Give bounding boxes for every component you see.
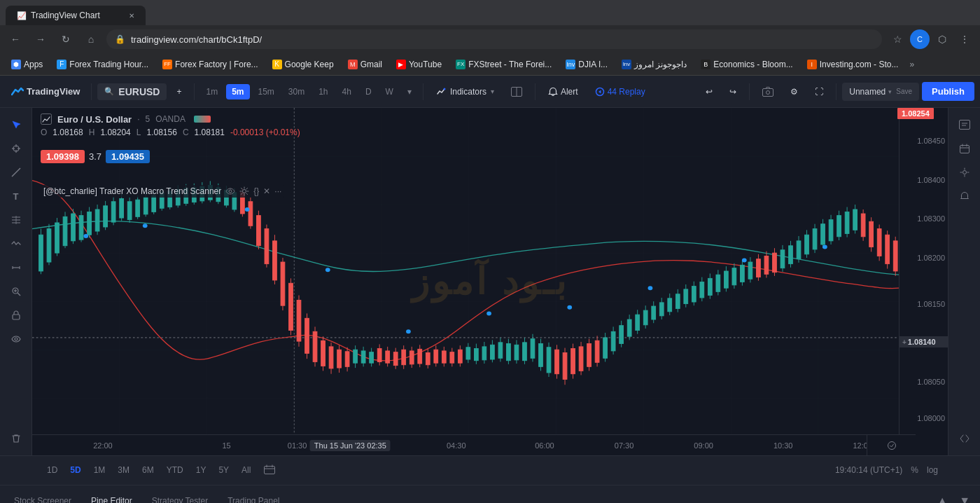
alert-button[interactable]: Alert [541, 84, 585, 99]
tv-toolbar: TradingView 🔍 EURUSD + 1m 5m 15m 30m 1h … [0, 76, 980, 108]
symbol-button[interactable]: 🔍 EURUSD [97, 83, 167, 100]
close-indicator-button[interactable]: ✕ [263, 186, 270, 196]
eye-icon[interactable] [225, 186, 235, 196]
settings-button[interactable]: ⚙ [783, 84, 805, 99]
tf-30m[interactable]: 30m [283, 84, 310, 99]
watchlist-button[interactable] [953, 113, 976, 136]
publish-button[interactable]: Publish [922, 82, 974, 101]
eye-tool[interactable] [5, 328, 27, 350]
tf-5m[interactable]: 5m [226, 84, 249, 99]
crosshair-tool[interactable] [5, 137, 27, 160]
back-button[interactable]: ← [6, 29, 25, 49]
bookmark-keep[interactable]: K Google Keep [267, 58, 340, 71]
replay-button[interactable]: 44 Replay [588, 84, 652, 99]
measure-tool[interactable] [5, 256, 27, 279]
collapse-up-button[interactable]: ▲ [932, 493, 952, 503]
time-label-0730: 07:30 [615, 441, 634, 450]
tf-W[interactable]: W [380, 84, 399, 99]
redo-button[interactable]: ↪ [722, 84, 743, 99]
tf-6M[interactable]: 6M [137, 463, 159, 477]
alert-label: Alert [561, 87, 578, 97]
tf-5Y[interactable]: 5Y [214, 463, 234, 477]
notifications-button[interactable] [953, 185, 976, 207]
tf-3M[interactable]: 3M [113, 463, 134, 477]
calendar-button[interactable] [953, 137, 976, 160]
forward-button[interactable]: → [31, 29, 50, 49]
forex-factory-icon: FF [162, 60, 172, 69]
tv-logo[interactable]: TradingView [6, 83, 85, 101]
bookmark-label: Investing.com - Sto... [820, 60, 899, 69]
bookmark-forex-hours[interactable]: F Forex Trading Hour... [51, 58, 154, 71]
trash-tool[interactable] [5, 427, 27, 450]
address-bar[interactable]: 🔒 tradingview.com/chart/bCk1ftpD/ [106, 29, 882, 49]
apps-icon: ⬢ [11, 60, 21, 69]
toolbar-divider-2 [194, 83, 195, 100]
bookmark-forex-factory[interactable]: FF Forex Factory | Fore... [157, 58, 263, 71]
percent-button[interactable]: % [911, 465, 918, 475]
trading-panel-tab[interactable]: Trading Panel [219, 493, 288, 503]
text-tool[interactable]: T [5, 185, 27, 207]
chart-ohlc: O 1.08168 H 1.08204 L 1.08156 C 1.08181 … [41, 128, 300, 137]
fib-tool[interactable] [5, 209, 27, 231]
forex-hours-icon: F [57, 60, 66, 69]
screenshot-button[interactable] [755, 84, 780, 99]
add-symbol-button[interactable]: + [169, 84, 188, 99]
chart-header: Euro / U.S. Dollar · 5 OANDA O 1.08168 H… [41, 113, 300, 137]
home-button[interactable]: ⌂ [81, 29, 101, 49]
tf-more[interactable]: ▾ [402, 84, 417, 99]
bookmark-gmail[interactable]: M Gmail [342, 58, 388, 71]
color-swatch [194, 116, 211, 123]
tf-1M[interactable]: 1M [89, 463, 111, 477]
zoom-tool[interactable] [5, 280, 27, 303]
tf-1m[interactable]: 1m [200, 84, 223, 99]
indicators-button[interactable]: Indicators ▾ [429, 84, 501, 99]
stock-screener-tab[interactable]: Stock Screener [6, 493, 80, 503]
bookmark-button[interactable]: ☆ [888, 29, 907, 49]
bookmark-djia[interactable]: Inv DJIA ا... [560, 58, 613, 71]
tf-1D[interactable]: 1D [42, 463, 62, 477]
more-indicator-button[interactable]: ··· [274, 186, 281, 196]
bookmark-youtube[interactable]: ▶ YouTube [391, 58, 447, 71]
undo-button[interactable]: ↩ [699, 84, 720, 99]
tf-5D[interactable]: 5D [65, 463, 85, 477]
expand-right-button[interactable] [953, 427, 976, 450]
browser-tab[interactable]: 📈 TradingView Chart ✕ [6, 6, 146, 25]
tf-YTD[interactable]: YTD [162, 463, 188, 477]
strategy-tester-tab[interactable]: Strategy Tester [144, 493, 216, 503]
tf-4h[interactable]: 4h [337, 84, 357, 99]
log-button[interactable]: log [927, 465, 938, 475]
reload-button[interactable]: ↻ [56, 29, 76, 49]
pine-editor-tab[interactable]: Pine Editor [83, 493, 141, 503]
chart-icon [41, 113, 52, 125]
bookmark-fxstreet[interactable]: FX FXStreet - The Forei... [450, 58, 557, 71]
chart-settings-button[interactable] [953, 161, 976, 184]
unnamed-button[interactable]: Unnamed ▾ Save [842, 83, 919, 101]
pattern-tool[interactable] [5, 233, 27, 255]
tf-15m[interactable]: 15m [253, 84, 280, 99]
lock-tool[interactable] [5, 304, 27, 326]
bookmark-apps[interactable]: ⬢ Apps [6, 58, 48, 71]
tf-All[interactable]: All [237, 463, 255, 477]
time-label-0130: 01:30 [288, 441, 307, 450]
chart-area[interactable]: Euro / U.S. Dollar · 5 OANDA O 1.08168 H… [32, 108, 948, 455]
layout-button[interactable] [504, 84, 529, 99]
settings-small-icon[interactable] [239, 186, 249, 196]
cursor-tool[interactable] [5, 113, 27, 136]
calendar-range-button[interactable] [264, 464, 275, 476]
fullscreen-button[interactable]: ⛶ [808, 84, 830, 99]
time-axis-settings[interactable] [867, 435, 916, 455]
bookmark-investing[interactable]: I Investing.com - Sto... [802, 58, 904, 71]
profile-button[interactable]: C [910, 29, 930, 49]
bookmark-dajojoonz[interactable]: Inv داجوجونز امروز [616, 58, 692, 71]
collapse-down-button[interactable]: ▼ [955, 493, 974, 503]
tf-1Y[interactable]: 1Y [191, 463, 211, 477]
tf-D[interactable]: D [360, 84, 377, 99]
bookmark-bloomberg[interactable]: B Economics - Bloom... [695, 58, 798, 71]
svg-point-269 [822, 244, 827, 249]
line-tool[interactable] [5, 161, 27, 184]
extensions-button[interactable]: ⬡ [932, 29, 952, 49]
high-value: 1.08204 [100, 128, 130, 137]
tf-1h[interactable]: 1h [313, 84, 333, 99]
menu-button[interactable]: ⋮ [955, 29, 974, 49]
open-value: 1.08168 [52, 128, 83, 137]
